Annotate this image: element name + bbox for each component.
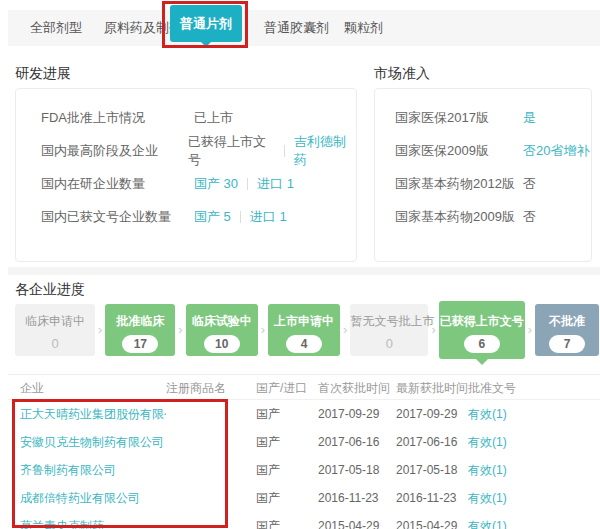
company-progress-title: 各企业进度 [15, 281, 85, 299]
rd-row-fda: FDA批准上市情况 已上市 [16, 101, 356, 134]
market-row-value: 否 [523, 175, 536, 193]
stage-count: 6 [464, 335, 500, 353]
stage-clinical-applying[interactable]: 临床申请中 0 [15, 304, 95, 356]
stage-clinical-approved[interactable]: 批准临床 17 [105, 304, 175, 356]
rd-row-value: 已上市 [194, 109, 233, 127]
table-row: 齐鲁制药有限公司 国产 2017-05-18 2017-05-18 有效(1) [8, 456, 600, 484]
imported-count-link[interactable]: 进口 1 [257, 175, 294, 193]
rd-progress-card: FDA批准上市情况 已上市 国内最高阶段及企业 已获得上市文号 吉利德制药 国内… [15, 88, 357, 262]
license-link[interactable]: 有效(1) [468, 456, 600, 484]
market-row-label: 国家基本药物2009版 [395, 208, 523, 226]
col-license: 批准文号 [468, 375, 600, 399]
origin-cell: 国产 [256, 400, 318, 428]
latest-date-cell: 2015-04-29 [396, 512, 468, 529]
origin-cell: 国产 [256, 512, 318, 529]
chevron-right-icon: › [178, 304, 182, 356]
market-row-nrdl2017: 国家医保2017版 是 [375, 101, 591, 134]
market-row-eml2012: 国家基本药物2012版 否 [375, 167, 591, 200]
rd-row-label: 国内已获文号企业数量 [41, 208, 194, 226]
stage-licensed-selected[interactable]: 已获得上市文号 6 [439, 301, 525, 359]
stage-count: 10 [204, 335, 240, 353]
market-row-label: 国家基本药物2012版 [395, 175, 523, 193]
market-row-value-link[interactable]: 否20省增补 [523, 142, 589, 160]
rd-row-licensed-count: 国内已获文号企业数量 国产 5 进口 1 [16, 200, 356, 233]
stage-count: 7 [549, 335, 585, 353]
market-row-value: 否 [523, 208, 536, 226]
rd-row-in-research-count: 国内在研企业数量 国产 30 进口 1 [16, 167, 356, 200]
domestic-count-link[interactable]: 国产 30 [194, 175, 238, 193]
stage-listing-applying[interactable]: 上市申请中 4 [268, 304, 340, 356]
company-link[interactable]: 齐鲁制药有限公司 [8, 456, 166, 484]
tab-all-dosage-forms[interactable]: 全部剂型 [30, 10, 82, 46]
table-row: 安徽贝克生物制药有限公司 国产 2017-06-16 2017-06-16 有效… [8, 428, 600, 456]
chevron-right-icon: › [528, 304, 532, 356]
col-first-approval: 首次获批时间 [318, 375, 396, 399]
chevron-right-icon: › [431, 304, 435, 356]
company-link[interactable]: 成都倍特药业有限公司 [8, 484, 166, 512]
rd-row-value: 已获得上市文号 [188, 133, 275, 169]
origin-cell: 国产 [256, 428, 318, 456]
license-link[interactable]: 有效(1) [468, 484, 600, 512]
stage-clinical-trial[interactable]: 临床试验中 10 [186, 304, 258, 356]
col-brand-name: 注册商品名 [166, 375, 256, 399]
rd-row-label: 国内在研企业数量 [41, 175, 194, 193]
tab-granule[interactable]: 颗粒剂 [344, 10, 383, 46]
license-link[interactable]: 有效(1) [468, 428, 600, 456]
latest-date-cell: 2016-11-23 [396, 484, 468, 512]
divider [284, 145, 285, 157]
chevron-right-icon: › [261, 304, 265, 356]
drug-detail-page: 全部剂型 原料药及制剂中间体 普通胶囊剂 颗粒剂 普通片剂 研发进展 FDA批准… [0, 0, 600, 529]
latest-date-cell: 2017-05-18 [396, 456, 468, 484]
dosage-form-tabbar: 全部剂型 原料药及制剂中间体 普通胶囊剂 颗粒剂 [8, 10, 600, 46]
market-row-value-link[interactable]: 是 [523, 109, 536, 127]
brand-cell [166, 512, 256, 529]
divider [240, 211, 241, 223]
market-access-title: 市场准入 [374, 65, 430, 83]
section-separator [8, 267, 600, 275]
stage-count: 0 [350, 336, 428, 351]
table-row: 葛兰素史克制药 国产 2015-04-29 2015-04-29 有效(1) [8, 512, 600, 529]
license-link[interactable]: 有效(1) [468, 512, 600, 529]
rd-row-label: FDA批准上市情况 [41, 109, 194, 127]
col-company: 企业 [8, 375, 166, 399]
market-row-eml2009: 国家基本药物2009版 否 [375, 200, 591, 233]
stage-count: 0 [15, 336, 95, 351]
divider [247, 178, 248, 190]
company-link[interactable]: 正大天晴药业集团股份有限公司 [8, 400, 166, 428]
first-date-cell: 2016-11-23 [318, 484, 396, 512]
latest-date-cell: 2017-09-29 [396, 400, 468, 428]
companies-table: 企业 注册商品名 国产/进口 首次获批时间 最新获批时间 批准文号 正大天晴药业… [8, 374, 600, 529]
company-link[interactable]: 安徽贝克生物制药有限公司 [8, 428, 166, 456]
market-access-card: 国家医保2017版 是 国家医保2009版 否20省增补 国家基本药物2012版… [374, 88, 592, 262]
origin-cell: 国产 [256, 456, 318, 484]
license-link[interactable]: 有效(1) [468, 400, 600, 428]
brand-cell [166, 456, 256, 484]
stage-not-approved[interactable]: 不批准 7 [535, 304, 599, 356]
first-date-cell: 2017-09-29 [318, 400, 396, 428]
brand-cell [166, 484, 256, 512]
market-row-label: 国家医保2009版 [395, 142, 523, 160]
brand-cell [166, 428, 256, 456]
company-link[interactable]: 葛兰素史克制药 [8, 512, 166, 529]
chevron-right-icon: › [98, 304, 102, 356]
tab-capsule[interactable]: 普通胶囊剂 [264, 10, 329, 46]
stage-count: 17 [122, 335, 158, 353]
rd-row-label: 国内最高阶段及企业 [41, 142, 188, 160]
rd-progress-title: 研发进展 [15, 65, 71, 83]
domestic-count-link[interactable]: 国产 5 [194, 208, 231, 226]
table-header: 企业 注册商品名 国产/进口 首次获批时间 最新获批时间 批准文号 [8, 374, 600, 400]
stage-approved-no-license[interactable]: 暂无文号批上市 0 [350, 304, 428, 356]
imported-count-link[interactable]: 进口 1 [250, 208, 287, 226]
tab-tablet-active[interactable]: 普通片剂 [170, 5, 242, 42]
rd-row-highest-stage: 国内最高阶段及企业 已获得上市文号 吉利德制药 [16, 134, 356, 167]
col-latest-approval: 最新获批时间 [396, 375, 468, 399]
col-origin: 国产/进口 [256, 375, 318, 399]
brand-cell [166, 400, 256, 428]
latest-date-cell: 2017-06-16 [396, 428, 468, 456]
stage-count: 4 [286, 335, 322, 353]
market-row-label: 国家医保2017版 [395, 109, 523, 127]
company-link-gilead[interactable]: 吉利德制药 [294, 133, 356, 169]
origin-cell: 国产 [256, 484, 318, 512]
chevron-right-icon: › [343, 304, 347, 356]
first-date-cell: 2017-05-18 [318, 456, 396, 484]
